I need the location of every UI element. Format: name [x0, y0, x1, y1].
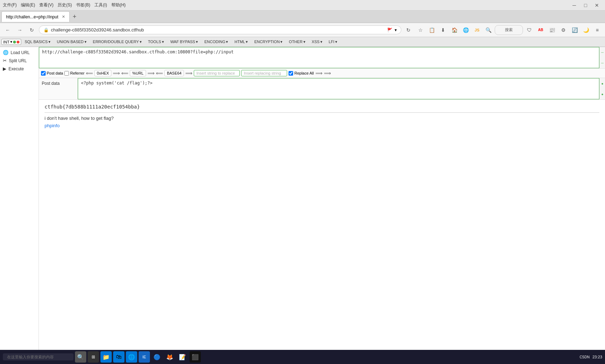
taskbar-icon-chrome[interactable]: 🔵 — [151, 351, 163, 363]
post-data-checkbox-label[interactable]: Post data — [41, 71, 63, 76]
address-input-wrap: 🔒 🚩 ▾ — [39, 25, 401, 34]
taskbar-icon-edge[interactable]: 🌐 — [126, 351, 137, 363]
url-sidebar-btn-up[interactable]: ─ — [600, 47, 605, 58]
reload-btn2[interactable]: ↻ — [403, 25, 413, 35]
star-button[interactable]: ☆ — [415, 25, 425, 35]
referrer-checkbox-label[interactable]: Referrer — [64, 71, 84, 76]
menu-bar: 文件(F) 编辑(E) 查看(V) 历史(S) 书签(B) 工具(I) 帮助(H… — [3, 2, 126, 8]
taskbar-icon-search[interactable]: 🔍 — [75, 351, 86, 363]
load-url-label: Load URL — [11, 50, 30, 55]
reload-button[interactable]: ↻ — [27, 25, 37, 35]
execute-item[interactable]: ▶ Execute — [0, 65, 39, 73]
menu-help[interactable]: 帮助(H) — [111, 2, 126, 8]
post-data-row: Post data ● ● — [39, 78, 605, 100]
new-tab-button[interactable]: + — [70, 12, 80, 22]
taskbar: 🔍 ⊞ 📁 🛍 🌐 IE 🔵 🦊 📝 ⬛ CSDN 23:23 — [0, 350, 605, 364]
plugin-xss[interactable]: XSS — [309, 39, 325, 45]
download-button[interactable]: ⬇ — [438, 25, 448, 35]
adblock-button[interactable]: AB — [536, 25, 546, 35]
search-bar-input[interactable]: 搜索 — [495, 25, 523, 35]
plugin-other[interactable]: OTHER — [286, 39, 308, 45]
search-button[interactable]: 🔍 — [483, 25, 493, 35]
taskbar-icon-notepad[interactable]: 📝 — [177, 351, 188, 363]
menu-file[interactable]: 文件(F) — [3, 2, 17, 8]
sync-button[interactable]: 🔄 — [570, 25, 580, 35]
insert-string-input[interactable] — [194, 70, 240, 76]
plugin-union-based[interactable]: UNION BASED — [54, 39, 89, 45]
title-bar: 文件(F) 编辑(E) 查看(V) 历史(S) 书签(B) 工具(I) 帮助(H… — [0, 0, 605, 11]
taskbar-icon-explorer[interactable]: 📁 — [100, 351, 112, 363]
post-data-checkbox[interactable] — [41, 71, 46, 76]
post-data-sidebar-btn2[interactable]: ● — [600, 89, 605, 99]
taskbar-csdn-label: CSDN — [580, 355, 589, 359]
int-selector[interactable]: INT ▾ — [1, 39, 21, 45]
int-dropdown-icon[interactable]: ▾ — [10, 40, 12, 44]
minimize-button[interactable]: ─ — [569, 0, 580, 11]
plugin-encoding[interactable]: ENCODING — [202, 39, 231, 45]
tab-bar: http://challen...e=php://input ✕ + — [0, 11, 605, 23]
plugin-lfi[interactable]: LFI — [326, 39, 340, 45]
arrow-right-base64: ⟹ — [185, 70, 192, 76]
taskbar-icon-terminal[interactable]: ⬛ — [190, 351, 201, 363]
replace-all-checkbox[interactable] — [289, 71, 293, 76]
taskbar-icon-store[interactable]: 🛍 — [113, 351, 124, 363]
split-url-item[interactable]: ✂ Split URL — [0, 57, 39, 65]
split-url-icon: ✂ — [3, 58, 7, 63]
close-button[interactable]: ✕ — [592, 0, 602, 11]
post-data-sidebar-btn1[interactable]: ● — [600, 78, 605, 89]
dropdown-icon[interactable]: ▾ — [395, 28, 397, 33]
taskbar-search-input[interactable] — [3, 353, 74, 360]
ext2-button[interactable]: 📰 — [547, 25, 557, 35]
execute-label: Execute — [8, 66, 24, 71]
post-data-textarea[interactable] — [78, 78, 599, 99]
toggle-button[interactable]: 🌙 — [581, 25, 591, 35]
home-button[interactable]: 🏠 — [449, 25, 459, 35]
base64-button[interactable]: BASE64 — [164, 70, 184, 76]
menu-dots-button[interactable]: ≡ — [592, 25, 602, 35]
menu-history[interactable]: 历史(S) — [58, 2, 72, 8]
settings-button[interactable]: ⚙ — [558, 25, 568, 35]
back-button[interactable]: ← — [3, 25, 13, 35]
url-textarea[interactable] — [39, 47, 599, 68]
screenshot-button[interactable]: 📋 — [427, 25, 437, 35]
shield-button[interactable]: 🛡 — [524, 25, 534, 35]
plugin-encryption[interactable]: ENCRYPTION — [251, 39, 285, 45]
js-button[interactable]: JS — [472, 25, 482, 35]
window-controls: ─ □ ✕ — [569, 0, 602, 11]
plugin-error-double[interactable]: ERROR/DOUBLE QUERY — [90, 39, 145, 45]
url-sidebar-btn-down[interactable]: ─ — [600, 58, 605, 68]
plugin-html[interactable]: HTML — [232, 39, 251, 45]
menu-tools[interactable]: 工具(I) — [94, 2, 107, 8]
address-input[interactable] — [51, 27, 385, 33]
replace-all-checkbox-label[interactable]: Replace All — [289, 71, 314, 76]
replace-arrow-end: ⟹ — [324, 70, 331, 76]
percent-url-button[interactable]: %URL — [130, 70, 146, 76]
lock-icon: 🔒 — [43, 28, 49, 33]
plugin-tools[interactable]: TOOLS — [145, 39, 167, 45]
tab-close-icon[interactable]: ✕ — [62, 14, 65, 19]
hex-button[interactable]: 0xHEX — [94, 70, 111, 76]
plugin-sql-basics[interactable]: SQL BASICS — [22, 39, 53, 45]
active-tab[interactable]: http://challen...e=php://input ✕ — [1, 11, 70, 22]
arrow-left-base64: ⟸ — [156, 70, 163, 76]
post-data-label-text: Post data — [42, 81, 60, 86]
taskbar-icon-taskview[interactable]: ⊞ — [88, 351, 99, 363]
referrer-checkbox-text: Referrer — [70, 71, 84, 75]
replace-all-text: Replace All — [294, 71, 314, 75]
forward-button[interactable]: → — [15, 25, 25, 35]
phpinfo-link[interactable]: phpinfo — [45, 123, 60, 128]
load-url-item[interactable]: 🌐 Load URL — [0, 48, 39, 57]
menu-edit[interactable]: 编辑(E) — [21, 2, 35, 8]
taskbar-icon-firefox[interactable]: 🦊 — [164, 351, 175, 363]
referrer-checkbox[interactable] — [64, 71, 69, 76]
taskbar-icon-ie[interactable]: IE — [139, 351, 150, 363]
insert-replacing-input[interactable] — [241, 70, 287, 76]
maximize-button[interactable]: □ — [580, 0, 591, 11]
menu-view[interactable]: 查看(V) — [39, 2, 53, 8]
menu-bookmarks[interactable]: 书签(B) — [76, 2, 90, 8]
flag-icon: 🚩 — [387, 28, 392, 33]
post-data-checkbox-text: Post data — [47, 71, 63, 75]
url-sidebar-buttons: ─ ─ — [599, 47, 605, 68]
plugin-waf-bypass[interactable]: WAF BYPASS — [168, 39, 201, 45]
extensions-button[interactable]: 🌐 — [461, 25, 471, 35]
